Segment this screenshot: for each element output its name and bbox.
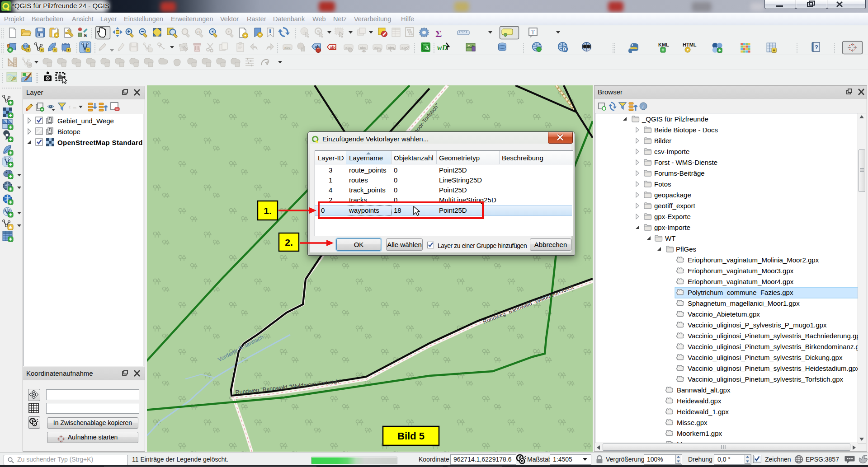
svg-text:2.: 2. xyxy=(285,237,293,248)
svg-text:1.: 1. xyxy=(264,205,272,216)
